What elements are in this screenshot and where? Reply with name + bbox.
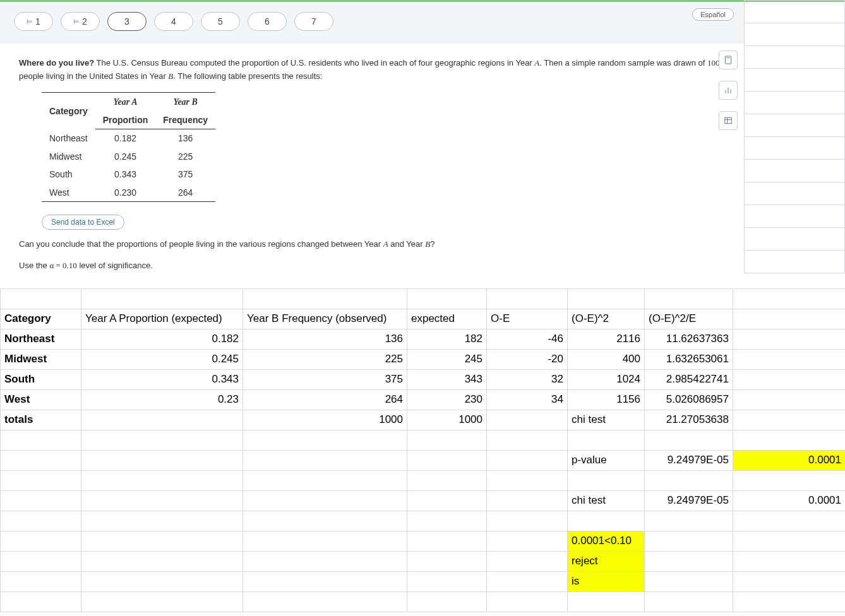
step-7[interactable]: 7 [294, 12, 333, 31]
sheet-row [1, 470, 846, 490]
spreadsheet[interactable]: Category Year A Proportion (expected) Ye… [0, 288, 845, 612]
lead-question: Where do you live? [19, 58, 94, 68]
side-grid [744, 0, 845, 273]
sheet-row [1, 430, 846, 450]
table-tool-icon[interactable] [719, 111, 738, 130]
table-row: West0.230264 [42, 184, 215, 202]
calculator-icon[interactable] [719, 50, 738, 69]
sheet-row: p-value 9.24979E-05 0.0001 [1, 450, 846, 470]
send-to-excel-button[interactable]: Send data to Excel [42, 215, 124, 230]
sheet-row: 0.0001<0.10 [1, 531, 846, 551]
sheet-row [1, 288, 846, 309]
step-bar: Español 1 2 3 4 5 6 7 [0, 2, 744, 43]
sheet-row [1, 591, 846, 612]
step-6[interactable]: 6 [248, 12, 287, 31]
svg-rect-0 [725, 56, 731, 64]
sheet-row: is [1, 571, 846, 591]
sheet-row: Midwest 0.245 225 245 -20 400 1.63265306… [1, 349, 846, 369]
step-3[interactable]: 3 [107, 12, 147, 31]
svg-rect-8 [725, 117, 732, 123]
table-row: Northeast0.182136 [42, 129, 215, 148]
table-row: South0.343375 [42, 165, 215, 183]
region-table: Category Year A Year B Proportion Freque… [42, 92, 215, 202]
sheet-row: Northeast 0.182 136 182 -46 2116 11.6263… [1, 329, 846, 349]
bar-chart-icon[interactable] [719, 81, 738, 100]
problem-text: Where do you live? The U.S. Census Burea… [0, 43, 744, 288]
step-2[interactable]: 2 [61, 12, 100, 31]
table-row: Midwest0.245225 [42, 148, 215, 165]
step-5[interactable]: 5 [201, 12, 240, 31]
step-4[interactable]: 4 [154, 12, 193, 31]
sheet-row: South 0.343 375 343 32 1024 2.985422741 [1, 369, 846, 389]
step-1[interactable]: 1 [14, 12, 53, 31]
sheet-row [1, 511, 846, 531]
sheet-row: chi test 9.24979E-05 0.0001 [1, 490, 846, 511]
sheet-row: reject [1, 551, 846, 571]
espanol-button[interactable]: Español [692, 8, 734, 21]
sheet-row: West 0.23 264 230 34 1156 5.026086957 [1, 389, 846, 410]
sheet-totals-row: totals 1000 1000 chi test 21.27053638 [1, 410, 846, 430]
sheet-header-row: Category Year A Proportion (expected) Ye… [1, 309, 846, 329]
